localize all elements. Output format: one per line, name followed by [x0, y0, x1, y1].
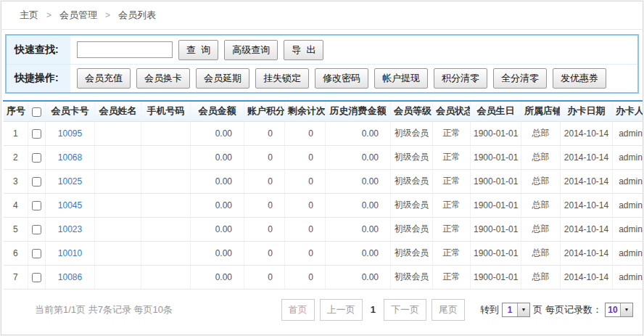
row-amount: 0.00 [191, 265, 244, 289]
row-status: 正常 [433, 193, 471, 217]
row-card-date: 2014-10-14 [561, 121, 613, 145]
row-checkbox[interactable] [32, 273, 41, 282]
prev-page-button[interactable]: 上一页 [320, 299, 363, 321]
table-header-row: 序号 会员卡号 会员姓名 手机号码 会员金额 账户积分 剩余计次 历史消费金额 … [4, 101, 644, 121]
row-card-date: 2014-10-14 [561, 217, 613, 241]
row-index: 6 [4, 241, 28, 265]
member-card-link[interactable]: 10095 [58, 128, 82, 139]
quick-action-button[interactable]: 会员充值 [77, 68, 131, 89]
row-index: 5 [4, 217, 28, 241]
member-card-link[interactable]: 10023 [58, 224, 82, 234]
row-name [95, 145, 141, 169]
quick-action-button[interactable]: 会员延期 [196, 68, 249, 89]
row-card-no: 10010 [46, 241, 95, 265]
quick-actions-container: 会员充值会员换卡会员延期挂失锁定修改密码帐户提现积分清零全分清零发优惠券 [70, 65, 637, 92]
row-level: 初级会员 [391, 145, 433, 169]
breadcrumb-item-member-list: 会员列表 [118, 9, 156, 22]
row-checkbox[interactable] [32, 249, 41, 258]
select-all-checkbox[interactable] [32, 107, 41, 117]
row-checkbox[interactable] [32, 153, 41, 163]
row-amount: 0.00 [191, 169, 244, 193]
member-table-body: 1 10095 0.00 0 0 0.00 初级会员 正常 1900-01-01… [4, 121, 644, 289]
row-checkbox-cell [28, 217, 46, 241]
quick-action-button[interactable]: 修改密码 [315, 68, 368, 89]
row-history: 0.00 [326, 265, 391, 289]
table-row: 7 10086 0.00 0 0 0.00 初级会员 正常 1900-01-01… [4, 265, 644, 289]
member-list-page: 主页 > 会员管理 > 会员列表 快速查找: 查 询 高级查询 导 出 快捷操作… [1, 1, 643, 335]
header-index: 序号 [4, 101, 28, 121]
pagination-summary: 当前第1/1页 共7条记录 每页10条 [11, 303, 173, 316]
current-page-number: 1 [371, 304, 376, 315]
member-card-link[interactable]: 10010 [58, 248, 82, 258]
member-card-link[interactable]: 10068 [58, 152, 82, 163]
member-card-link[interactable]: 10045 [58, 200, 82, 210]
last-page-button[interactable]: 尾页 [432, 299, 465, 321]
row-operator: admin [613, 265, 644, 289]
row-phone [141, 121, 191, 145]
row-checkbox[interactable] [32, 129, 41, 139]
breadcrumb: 主页 > 会员管理 > 会员列表 [1, 1, 643, 30]
table-row: 1 10095 0.00 0 0 0.00 初级会员 正常 1900-01-01… [4, 121, 644, 145]
row-times: 0 [285, 241, 326, 265]
row-card-no: 10023 [46, 217, 95, 241]
header-operator: 办卡人员 [613, 101, 644, 121]
header-card-date: 办卡日期 [561, 101, 613, 121]
quick-action-button[interactable]: 帐户提现 [374, 68, 428, 89]
header-birthday: 会员生日 [471, 101, 521, 121]
row-birthday: 1900-01-01 [471, 145, 521, 169]
row-phone [141, 193, 191, 217]
row-name [95, 241, 141, 265]
quick-search-input[interactable] [77, 41, 173, 58]
first-page-button[interactable]: 首页 [281, 299, 315, 321]
row-card-no: 10068 [46, 145, 95, 169]
breadcrumb-item-member-management[interactable]: 会员管理 [59, 9, 97, 22]
row-checkbox[interactable] [32, 225, 41, 234]
header-select-all [28, 101, 46, 121]
table-row: 2 10068 0.00 0 0 0.00 初级会员 正常 1900-01-01… [4, 145, 644, 169]
header-card-no: 会员卡号 [46, 101, 95, 121]
search-button[interactable]: 查 询 [178, 40, 218, 60]
row-status: 正常 [433, 217, 471, 241]
page-size-value: 10 [606, 303, 620, 316]
row-status: 正常 [433, 265, 471, 289]
row-level: 初级会员 [391, 193, 433, 217]
advanced-search-button[interactable]: 高级查询 [224, 40, 278, 60]
quick-actions-row: 快捷操作: 会员充值会员换卡会员延期挂失锁定修改密码帐户提现积分清零全分清零发优… [7, 64, 637, 92]
row-level: 初级会员 [391, 217, 433, 241]
header-times: 剩余计次 [285, 101, 326, 121]
row-card-date: 2014-10-14 [561, 241, 613, 265]
row-operator: admin [613, 121, 644, 145]
quick-find-label: 快速查找: [7, 36, 70, 64]
row-name [95, 217, 141, 241]
goto-suffix: 页 [533, 303, 542, 316]
quick-action-button[interactable]: 会员换卡 [136, 68, 190, 89]
quick-actions-label: 快捷操作: [7, 65, 70, 92]
row-name [95, 265, 141, 289]
page-size-select[interactable]: 10 ▼ [605, 303, 633, 317]
row-birthday: 1900-01-01 [471, 265, 521, 289]
header-status: 会员状态 [433, 101, 471, 121]
goto-page-select[interactable]: 1 ▼ [502, 303, 530, 317]
pagination-bar: 当前第1/1页 共7条记录 每页10条 首页 上一页 1 下一页 尾页 转到 1… [11, 299, 633, 321]
row-amount: 0.00 [191, 193, 244, 217]
member-card-link[interactable]: 10086 [58, 272, 82, 282]
row-points: 0 [244, 145, 285, 169]
row-store: 总部 [521, 217, 561, 241]
quick-action-button[interactable]: 发优惠券 [553, 68, 606, 89]
member-card-link[interactable]: 10025 [58, 176, 82, 187]
row-points: 0 [244, 121, 285, 145]
row-name [95, 121, 141, 145]
row-card-no: 10045 [46, 193, 95, 217]
quick-action-button[interactable]: 积分清零 [434, 68, 487, 89]
row-index: 1 [4, 121, 28, 145]
next-page-button[interactable]: 下一页 [384, 299, 426, 321]
table-row: 5 10023 0.00 0 0 0.00 初级会员 正常 1900-01-01… [4, 217, 644, 241]
row-checkbox[interactable] [32, 201, 41, 210]
row-operator: admin [613, 193, 644, 217]
row-phone [141, 217, 191, 241]
quick-action-button[interactable]: 挂失锁定 [255, 68, 309, 89]
breadcrumb-item-home[interactable]: 主页 [20, 9, 38, 22]
row-checkbox[interactable] [32, 177, 41, 187]
quick-action-button[interactable]: 全分清零 [493, 68, 547, 89]
export-button[interactable]: 导 出 [284, 40, 323, 60]
